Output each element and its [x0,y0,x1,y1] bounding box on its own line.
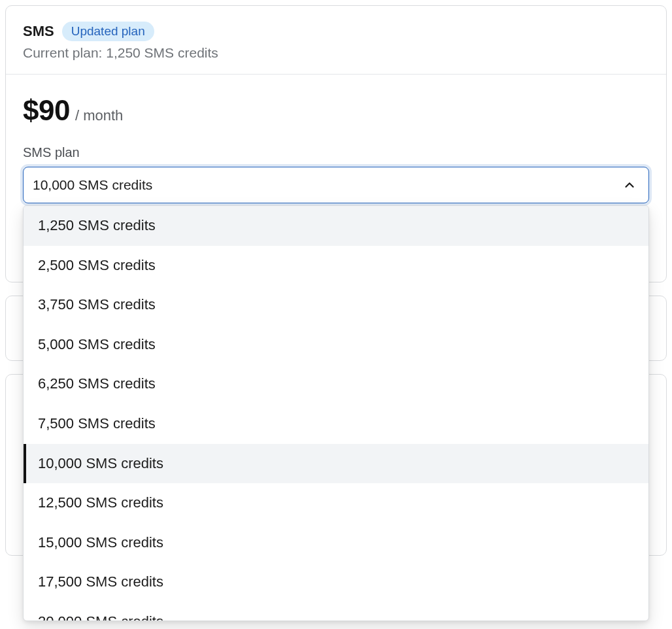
sms-plan-option[interactable]: 10,000 SMS credits [24,444,648,484]
sms-plan-option[interactable]: 6,250 SMS credits [24,364,648,404]
sms-plan-label: SMS plan [23,145,649,160]
sms-plan-dropdown[interactable]: 1,250 SMS credits2,500 SMS credits3,750 … [23,205,649,621]
sms-plan-option[interactable]: 20,000 SMS credits [24,602,648,621]
price-value: $90 [23,94,70,127]
sms-plan-option[interactable]: 17,500 SMS credits [24,562,648,602]
chevron-up-icon [622,178,637,192]
sms-plan-option[interactable]: 7,500 SMS credits [24,404,648,444]
price-row: $90 / month [23,94,649,127]
sms-plan-option[interactable]: 15,000 SMS credits [24,523,648,563]
sms-plan-selected-value: 10,000 SMS credits [33,177,152,193]
sms-plan-option[interactable]: 3,750 SMS credits [24,285,648,325]
current-plan-text: Current plan: 1,250 SMS credits [23,45,649,61]
sms-plan-card: SMS Updated plan Current plan: 1,250 SMS… [5,5,667,282]
updated-plan-badge: Updated plan [62,22,154,41]
sms-plan-option[interactable]: 1,250 SMS credits [24,206,648,246]
sms-plan-select[interactable]: 10,000 SMS credits [23,167,649,203]
sms-plan-option[interactable]: 2,500 SMS credits [24,246,648,286]
card-body: $90 / month SMS plan 10,000 SMS credits … [6,75,666,282]
price-period: / month [75,107,123,124]
section-title: SMS [23,23,54,40]
sms-plan-option[interactable]: 12,500 SMS credits [24,483,648,523]
sms-plan-option[interactable]: 5,000 SMS credits [24,325,648,365]
card-header: SMS Updated plan Current plan: 1,250 SMS… [6,6,666,75]
